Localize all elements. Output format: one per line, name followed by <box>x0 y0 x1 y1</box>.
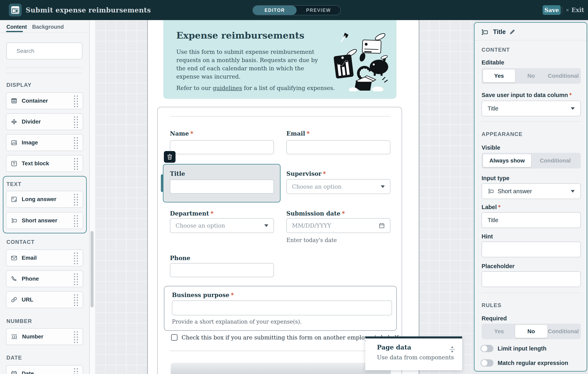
editable-label: Editable <box>482 59 504 66</box>
tab-editor[interactable]: EDITOR <box>253 6 297 15</box>
input-type-label: Input type <box>482 175 509 182</box>
editable-option-no[interactable]: No <box>515 69 547 82</box>
inspector-title: Title <box>493 28 506 36</box>
drag-handle-icon[interactable] <box>73 273 78 285</box>
drag-handle-icon[interactable] <box>73 252 78 264</box>
editable-option-yes[interactable]: Yes <box>483 69 515 82</box>
form-footer-placeholder[interactable] <box>171 363 391 374</box>
limit-input-length-label: Limit input length <box>498 345 546 352</box>
visible-option-always-show[interactable]: Always show <box>483 154 531 167</box>
edit-pencil-icon[interactable] <box>509 29 515 35</box>
sidebar-item-url[interactable]: URL <box>6 291 83 308</box>
visible-option-conditional[interactable]: Conditional <box>531 154 579 167</box>
sidebar-item-container[interactable]: Container <box>6 92 83 109</box>
rules-section-header: RULES <box>482 302 502 309</box>
drag-handle-icon[interactable] <box>73 293 78 306</box>
svg-text:123: 123 <box>11 335 17 338</box>
sidebar-item-text-block[interactable]: Text block <box>6 155 83 172</box>
short-answer-icon <box>481 28 489 36</box>
form-guidelines-text: Refer to our guidelines for a list of qu… <box>176 84 357 92</box>
behalf-checkbox[interactable] <box>171 334 178 341</box>
component-drag-handle[interactable] <box>161 174 163 192</box>
active-tab-underline <box>6 31 23 32</box>
submission-date-input[interactable]: MM/DD/YYYY <box>286 218 390 233</box>
top-bar: Submit expense reimbursements EDITOR PRE… <box>0 0 588 20</box>
limit-input-length-toggle[interactable] <box>481 345 494 352</box>
match-regex-toggle[interactable] <box>481 359 494 367</box>
department-field-label: Department* <box>170 210 213 217</box>
short-answer-icon <box>488 188 494 194</box>
sidebar-item-date[interactable]: Date <box>6 365 83 374</box>
tab-background[interactable]: Background <box>32 22 64 32</box>
tab-preview[interactable]: PREVIEW <box>297 6 340 15</box>
sidebar-item-long-answer[interactable]: Long answer <box>6 191 83 208</box>
page-data-accent-bar <box>365 336 462 338</box>
page-title: Submit expense reimbursements <box>26 0 151 20</box>
drag-handle-icon[interactable] <box>73 136 78 149</box>
section-header-number: NUMBER <box>6 318 32 324</box>
business-purpose-input[interactable] <box>172 300 392 315</box>
tab-content[interactable]: Content <box>6 22 27 32</box>
required-option-no[interactable]: No <box>515 325 547 338</box>
guidelines-link[interactable]: guidelines <box>213 85 242 91</box>
drag-handle-icon[interactable] <box>73 95 78 107</box>
vertical-drag-icon[interactable] <box>449 346 455 353</box>
save-column-select[interactable]: Title <box>482 101 581 116</box>
sidebar-scrollbar[interactable] <box>91 231 94 307</box>
drag-handle-icon[interactable] <box>73 193 78 206</box>
drag-handle-icon[interactable] <box>73 116 78 128</box>
required-label: Required <box>482 315 507 322</box>
link-icon <box>11 297 17 303</box>
supervisor-select[interactable]: Choose an option <box>286 179 390 194</box>
page-edge-guide-right[interactable] <box>419 20 419 374</box>
page-edge-guide-left[interactable] <box>147 20 148 374</box>
input-type-select[interactable]: Short answer <box>482 183 581 199</box>
required-option-yes[interactable]: Yes <box>483 325 515 338</box>
sidebar-item-phone[interactable]: Phone <box>6 270 83 287</box>
sidebar-item-divider[interactable]: Divider <box>6 113 83 130</box>
content-section-header: CONTENT <box>482 47 510 53</box>
page-data-title: Page data <box>377 344 411 351</box>
drag-handle-icon[interactable] <box>73 331 78 343</box>
inspector-panel: Title CONTENT Editable Yes No Conditiona… <box>474 22 587 372</box>
sidebar-search[interactable] <box>6 43 82 59</box>
drag-handle-icon[interactable] <box>73 214 78 227</box>
save-button[interactable]: Save <box>543 5 561 15</box>
save-column-label: Save user input to data column* <box>482 92 572 98</box>
divider-icon <box>11 118 17 125</box>
section-header-contact: CONTACT <box>6 239 34 245</box>
search-input[interactable] <box>16 48 89 54</box>
email-input[interactable] <box>286 140 390 154</box>
department-select[interactable]: Choose an option <box>170 218 274 233</box>
name-input[interactable] <box>170 140 274 154</box>
sidebar-item-email[interactable]: Email <box>6 249 83 266</box>
title-input[interactable] <box>170 180 274 194</box>
section-header-text: TEXT <box>6 181 21 187</box>
inspector-divider <box>482 293 581 293</box>
sidebar-item-number[interactable]: 123 Number <box>6 328 83 345</box>
container-icon <box>11 98 17 104</box>
hint-input[interactable] <box>482 242 581 257</box>
submission-date-label: Submission date* <box>286 210 345 217</box>
chevron-down-icon <box>571 107 575 110</box>
required-option-conditional[interactable]: Conditional <box>547 325 579 338</box>
sidebar-item-image[interactable]: Image <box>6 134 83 151</box>
placeholder-input[interactable] <box>482 271 581 287</box>
sidebar-item-short-answer[interactable]: Short answer <box>6 212 83 229</box>
visible-segmented-control: Always show Conditional <box>482 153 581 169</box>
text-block-icon <box>11 160 17 167</box>
title-field-label: Title <box>170 170 185 177</box>
calendar-icon <box>11 370 17 374</box>
drag-handle-icon[interactable] <box>73 367 78 374</box>
drag-handle-icon[interactable] <box>73 157 78 170</box>
phone-input[interactable] <box>170 263 274 277</box>
submission-date-hint: Enter today's date <box>286 237 337 243</box>
editable-option-conditional[interactable]: Conditional <box>547 69 579 82</box>
expenses-illustration <box>332 29 391 91</box>
sidebar-divider <box>6 73 83 73</box>
exit-button[interactable]: × Exit <box>566 0 584 20</box>
trash-icon <box>167 154 172 160</box>
phone-field-label: Phone <box>170 255 190 262</box>
label-input[interactable]: Title <box>482 212 581 228</box>
delete-component-button[interactable] <box>164 151 176 163</box>
